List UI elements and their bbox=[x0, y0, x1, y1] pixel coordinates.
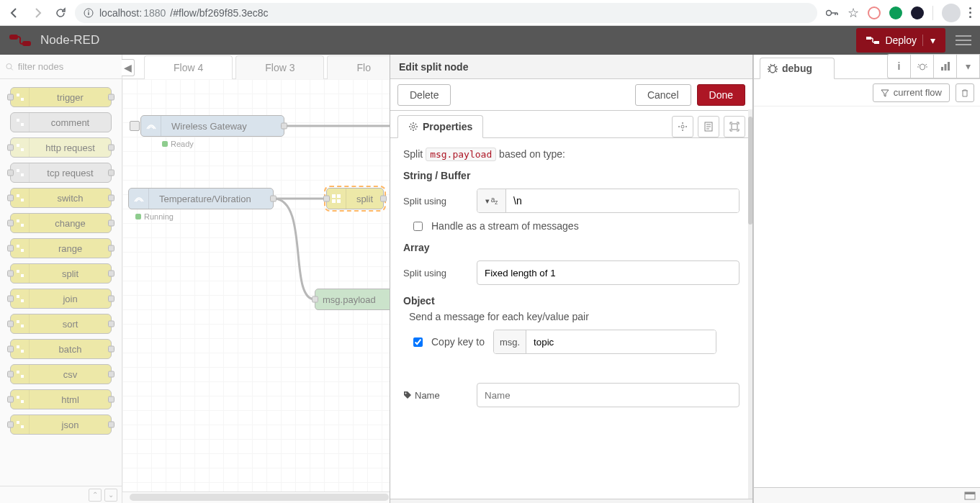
palette-node-switch[interactable]: switch bbox=[10, 188, 112, 208]
tab-debug[interactable]: debug bbox=[760, 58, 835, 79]
forward-button[interactable] bbox=[29, 4, 46, 22]
svg-point-52 bbox=[405, 392, 407, 394]
output-port[interactable] bbox=[270, 196, 277, 202]
name-input[interactable] bbox=[477, 383, 740, 407]
clear-debug-button[interactable] bbox=[956, 83, 974, 102]
radio-icon bbox=[129, 189, 149, 209]
node-wireless-gateway[interactable]: Wireless Gateway bbox=[140, 115, 284, 137]
svg-rect-9 bbox=[17, 94, 19, 96]
palette-node-change[interactable]: change bbox=[10, 213, 112, 233]
star-icon[interactable]: ☆ bbox=[848, 5, 859, 21]
back-button[interactable] bbox=[6, 4, 23, 22]
copy-key-label: Copy key to bbox=[431, 336, 485, 348]
svg-point-41 bbox=[770, 65, 776, 73]
popout-icon[interactable] bbox=[964, 491, 976, 500]
svg-rect-7 bbox=[874, 41, 879, 44]
palette-node-join[interactable]: join bbox=[10, 289, 112, 309]
url-port: 1880 bbox=[143, 7, 166, 19]
debug-tab-icon[interactable] bbox=[911, 55, 934, 78]
svg-rect-28 bbox=[21, 325, 24, 327]
tab-label: Properties bbox=[423, 121, 472, 132]
palette-node-trigger[interactable]: trigger bbox=[10, 87, 112, 107]
palette-node-split[interactable]: split bbox=[10, 263, 112, 284]
url-host: localhost: bbox=[99, 7, 142, 19]
node-debug[interactable]: msg.payload bbox=[315, 289, 401, 310]
appearance-tab-icon[interactable] bbox=[724, 116, 745, 137]
node-split[interactable]: split bbox=[326, 188, 384, 209]
palette-filter-input[interactable] bbox=[18, 61, 116, 72]
palette-node-csv[interactable]: csv bbox=[10, 364, 112, 384]
ext-icon-1[interactable] bbox=[868, 6, 881, 19]
url-path: /#flow/bf269f85.3ec8c bbox=[170, 7, 268, 19]
palette-node-tcp-request[interactable]: tcp request bbox=[10, 163, 112, 183]
svg-rect-4 bbox=[9, 35, 18, 40]
sidebar-dropdown-icon[interactable]: ▾ bbox=[957, 55, 980, 78]
svg-rect-25 bbox=[17, 295, 19, 298]
info-tab-icon[interactable]: i bbox=[888, 55, 911, 78]
tray-body: Split msg.payload based on type: String … bbox=[390, 138, 752, 499]
search-icon bbox=[6, 63, 14, 71]
palette-node-batch[interactable]: batch bbox=[10, 339, 112, 359]
output-port[interactable] bbox=[380, 196, 387, 202]
address-bar[interactable]: localhost:1880/#flow/bf269f85.3ec8c bbox=[75, 3, 817, 23]
svg-rect-30 bbox=[21, 350, 24, 353]
label-split-using: Split using bbox=[403, 196, 468, 207]
palette-collapse-up[interactable]: ⌃ bbox=[89, 489, 102, 502]
stream-checkbox[interactable] bbox=[413, 222, 423, 231]
deploy-button[interactable]: Deploy ▾ bbox=[856, 28, 945, 53]
copy-key-input[interactable]: msg. bbox=[493, 330, 716, 354]
node-temperature-vibration[interactable]: Temperature/Vibration bbox=[128, 188, 274, 209]
palette-node-comment[interactable]: comment bbox=[10, 112, 112, 132]
palette-node-sort[interactable]: sort bbox=[10, 314, 112, 334]
splt-input[interactable]: ▾ az bbox=[477, 189, 740, 213]
type-selector[interactable]: ▾ az bbox=[477, 189, 506, 212]
palette-nodes-list: triggercommenthttp requesttcp requestswi… bbox=[0, 79, 122, 486]
chart-tab-icon[interactable] bbox=[934, 55, 957, 78]
reload-button[interactable] bbox=[52, 4, 69, 22]
svg-rect-44 bbox=[944, 64, 946, 71]
info-icon bbox=[84, 8, 94, 18]
debug-filter-button[interactable]: current flow bbox=[873, 83, 950, 102]
main-menu-button[interactable] bbox=[956, 35, 971, 45]
description-tab-icon[interactable] bbox=[698, 116, 719, 137]
input-port[interactable] bbox=[323, 196, 330, 202]
workspace-tab[interactable]: Flow 3 bbox=[235, 55, 324, 79]
palette-node-range[interactable]: range bbox=[10, 238, 112, 258]
palette-toggle[interactable]: ◀ bbox=[122, 59, 135, 76]
svg-rect-11 bbox=[17, 119, 19, 122]
splt-value-input[interactable] bbox=[506, 189, 739, 212]
workspace-tab[interactable]: Flow 4 bbox=[144, 55, 233, 79]
stream-label: Handle as a stream of messages bbox=[431, 220, 579, 232]
tray-scrollbar[interactable] bbox=[748, 109, 752, 499]
tag-icon bbox=[403, 391, 412, 399]
ext-icon-3[interactable] bbox=[911, 6, 924, 19]
deploy-caret-icon[interactable]: ▾ bbox=[922, 35, 935, 46]
node-toggle[interactable] bbox=[130, 121, 140, 131]
copy-key-checkbox[interactable] bbox=[413, 337, 423, 347]
copy-key-value-input[interactable] bbox=[526, 330, 716, 353]
chrome-menu[interactable] bbox=[969, 7, 971, 18]
palette-node-html[interactable]: html bbox=[10, 389, 112, 409]
tab-properties[interactable]: Properties bbox=[397, 115, 483, 138]
svg-rect-35 bbox=[17, 421, 19, 424]
input-port[interactable] bbox=[312, 296, 318, 303]
array-length-input[interactable] bbox=[477, 260, 740, 285]
delete-button[interactable]: Delete bbox=[397, 84, 451, 106]
svg-point-42 bbox=[920, 64, 925, 70]
app-title: Node-RED bbox=[40, 33, 99, 47]
key-icon[interactable] bbox=[826, 9, 839, 17]
palette-node-json[interactable]: json bbox=[10, 414, 112, 435]
settings-tab-icon[interactable] bbox=[672, 116, 693, 137]
cancel-button[interactable]: Cancel bbox=[635, 84, 691, 106]
sidebar-tabs: debug i ▾ bbox=[754, 55, 980, 79]
split-description: Split msg.payload based on type: bbox=[403, 148, 740, 160]
section-object: Object bbox=[403, 295, 740, 307]
svg-rect-36 bbox=[21, 425, 24, 428]
svg-rect-6 bbox=[866, 37, 871, 40]
done-button[interactable]: Done bbox=[697, 84, 745, 106]
palette-node-http-request[interactable]: http request bbox=[10, 137, 112, 158]
ext-icon-2[interactable] bbox=[889, 6, 902, 19]
palette-collapse-down[interactable]: ⌄ bbox=[104, 489, 117, 502]
profile-avatar[interactable] bbox=[942, 4, 961, 22]
output-port[interactable] bbox=[281, 123, 287, 130]
